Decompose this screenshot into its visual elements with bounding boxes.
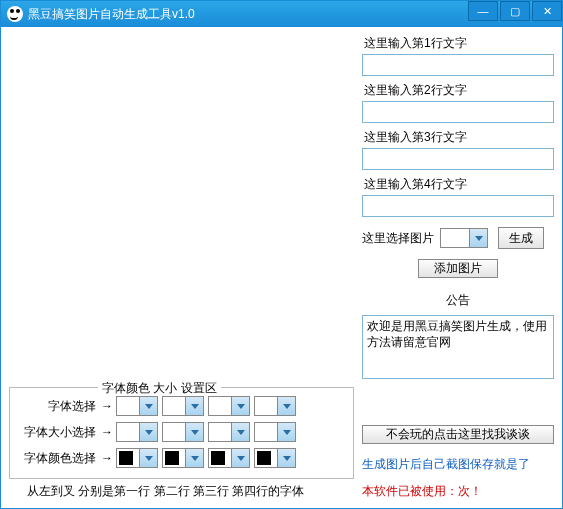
info-save-hint: 生成图片后自己截图保存就是了 [362,456,554,473]
line3-label: 这里输入第3行文字 [362,129,554,146]
line4-input[interactable] [362,195,554,217]
arrow-icon: → [98,425,116,439]
color-swatch-icon [119,451,133,465]
size-combo-2[interactable] [162,422,204,442]
chevron-down-icon [231,449,249,467]
image-select-row: 这里选择图片 生成 [362,227,554,249]
maximize-button[interactable]: ▢ [500,1,530,21]
font-combo-1[interactable] [116,396,158,416]
font-combo-4[interactable] [254,396,296,416]
line3-input[interactable] [362,148,554,170]
notice-title: 公告 [362,292,554,309]
chevron-down-icon [185,423,203,441]
line1-input[interactable] [362,54,554,76]
usage-prefix: 本软件已被使用： [362,484,458,498]
color-combo-3[interactable] [208,448,250,468]
minimize-button[interactable]: — [468,1,498,21]
generate-button[interactable]: 生成 [498,227,544,249]
window-controls: — ▢ ✕ [466,1,562,27]
font-combo-2[interactable] [162,396,204,416]
left-panel: 字体颜色 大小 设置区 字体选择 → 字体大小选择 → [9,35,354,500]
color-swatch-icon [211,451,225,465]
chevron-down-icon [185,397,203,415]
color-swatch-icon [257,451,271,465]
line1-label: 这里输入第1行文字 [362,35,554,52]
line2-input[interactable] [362,101,554,123]
chevron-down-icon [277,423,295,441]
line4-label: 这里输入第4行文字 [362,176,554,193]
line2-label: 这里输入第2行文字 [362,82,554,99]
size-combo-1[interactable] [116,422,158,442]
color-combo-2[interactable] [162,448,204,468]
line2-group: 这里输入第2行文字 [362,82,554,123]
color-combo-1[interactable] [116,448,158,468]
chevron-down-icon [277,449,295,467]
chevron-down-icon [139,397,157,415]
notice-textarea[interactable]: 欢迎是用黑豆搞笑图片生成，使用方法请留意官网 [362,315,554,379]
chevron-down-icon [139,449,157,467]
arrow-icon: → [98,399,116,413]
font-settings: 字体颜色 大小 设置区 字体选择 → 字体大小选择 → [9,387,354,500]
titlebar[interactable]: 黑豆搞笑图片自动生成工具v1.0 — ▢ ✕ [1,1,562,27]
chevron-down-icon [139,423,157,441]
font-settings-group: 字体颜色 大小 设置区 字体选择 → 字体大小选择 → [9,387,354,479]
chevron-down-icon [277,397,295,415]
line4-group: 这里输入第4行文字 [362,176,554,217]
font-select-row: 字体选择 → [16,394,347,418]
image-canvas [9,35,354,387]
info-usage-count: 本软件已被使用：次！ [362,483,554,500]
chevron-down-icon [469,229,487,247]
size-combo-4[interactable] [254,422,296,442]
app-window: 黑豆搞笑图片自动生成工具v1.0 — ▢ ✕ 字体颜色 大小 设置区 字体选择 … [0,0,563,509]
help-link-button[interactable]: 不会玩的点击这里找我谈谈 [362,425,554,444]
font-select-label: 字体选择 [16,398,98,415]
size-select-label: 字体大小选择 [16,424,98,441]
line1-group: 这里输入第1行文字 [362,35,554,76]
color-combo-4[interactable] [254,448,296,468]
app-icon [7,6,23,22]
line3-group: 这里输入第3行文字 [362,129,554,170]
chevron-down-icon [231,423,249,441]
color-swatch-icon [165,451,179,465]
font-combo-3[interactable] [208,396,250,416]
color-select-label: 字体颜色选择 [16,450,98,467]
arrow-icon: → [98,451,116,465]
window-title: 黑豆搞笑图片自动生成工具v1.0 [28,6,466,23]
chevron-down-icon [185,449,203,467]
color-select-row: 字体颜色选择 → [16,446,347,470]
content-area: 字体颜色 大小 设置区 字体选择 → 字体大小选择 → [1,27,562,508]
group-title: 字体颜色 大小 设置区 [98,380,221,397]
usage-suffix: 次！ [458,484,482,498]
size-select-row: 字体大小选择 → [16,420,347,444]
right-panel: 这里输入第1行文字 这里输入第2行文字 这里输入第3行文字 这里输入第4行文字 … [362,35,554,500]
add-image-button[interactable]: 添加图片 [418,259,498,278]
size-combo-3[interactable] [208,422,250,442]
close-button[interactable]: ✕ [532,1,562,21]
image-combo[interactable] [440,228,488,248]
settings-legend: 从左到叉 分别是第一行 第二行 第三行 第四行的字体 [9,481,354,500]
chevron-down-icon [231,397,249,415]
image-select-label: 这里选择图片 [362,230,434,247]
